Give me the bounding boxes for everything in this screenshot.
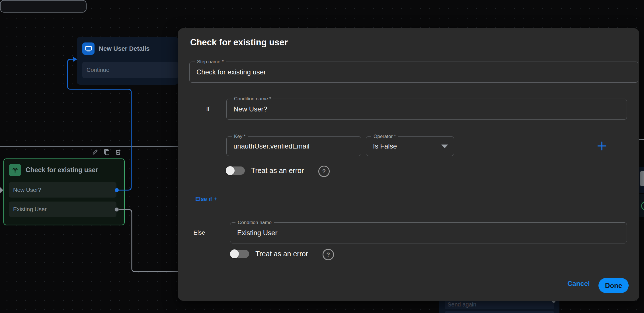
node-row-continue[interactable]: Continue xyxy=(82,62,178,78)
node-toolbar xyxy=(92,148,122,156)
done-button[interactable]: Done xyxy=(598,278,629,293)
edge-fragment-right-top xyxy=(638,139,644,140)
duplicate-icon[interactable] xyxy=(103,148,110,156)
key-field[interactable]: Key * unauthUser.verifiedEmail xyxy=(226,136,361,156)
question-mark-icon[interactable]: ? xyxy=(318,166,330,177)
screen-icon xyxy=(82,42,95,55)
operator-select[interactable]: Operator * Is False xyxy=(366,136,454,156)
dialog-title: Check for existing user xyxy=(190,37,288,48)
treat-as-error-label: Treat as an error xyxy=(255,250,308,258)
node-new-user-details[interactable]: New User Details Continue xyxy=(77,37,178,85)
node-row-existing-user[interactable]: Existing User xyxy=(9,202,116,217)
node-partial-bottom-right[interactable] xyxy=(0,0,87,13)
node-row-new-user[interactable]: New User? xyxy=(9,182,116,198)
chevron-down-icon xyxy=(441,145,448,148)
step-name-field[interactable]: Step name * Check for existing user xyxy=(189,62,638,83)
branch-icon xyxy=(9,164,21,176)
treat-as-error-label: Treat as an error xyxy=(251,166,304,175)
step-name-value: Check for existing user xyxy=(196,62,266,82)
edge-arrowhead-gray-left xyxy=(0,187,3,193)
node-title: New User Details xyxy=(99,45,150,52)
node-title: Check for existing user xyxy=(26,166,98,174)
delete-trash-icon[interactable] xyxy=(114,148,122,156)
edge-fragment-right-bottom xyxy=(639,221,644,221)
if-keyword: If xyxy=(201,99,215,119)
if-condition-name-field[interactable]: Condition name * New User? xyxy=(226,99,627,120)
edge-arrowhead-blue xyxy=(73,57,77,62)
edit-pencil-icon[interactable] xyxy=(92,148,99,156)
edge-existing-user xyxy=(117,210,178,272)
condition-step-dialog: Check for existing user Step name * Chec… xyxy=(178,28,639,301)
question-mark-icon[interactable]: ? xyxy=(323,249,334,260)
treat-as-error-toggle-else[interactable] xyxy=(230,249,249,258)
plus-icon xyxy=(597,141,607,151)
else-condition-name-field[interactable]: Condition name Existing User xyxy=(230,222,627,243)
node-row-partial xyxy=(445,311,554,313)
else-keyword: Else xyxy=(190,222,208,243)
add-condition-button[interactable] xyxy=(597,141,607,151)
else-if-add-link[interactable]: Else if + xyxy=(195,196,217,202)
node-fragment-icon xyxy=(640,171,644,186)
node-row-send-again[interactable]: Send again xyxy=(445,300,554,309)
cancel-button[interactable]: Cancel xyxy=(567,278,587,289)
node-check-for-existing-user[interactable]: Check for existing user New User? Existi… xyxy=(3,158,125,225)
treat-as-error-toggle-if[interactable] xyxy=(226,166,245,175)
